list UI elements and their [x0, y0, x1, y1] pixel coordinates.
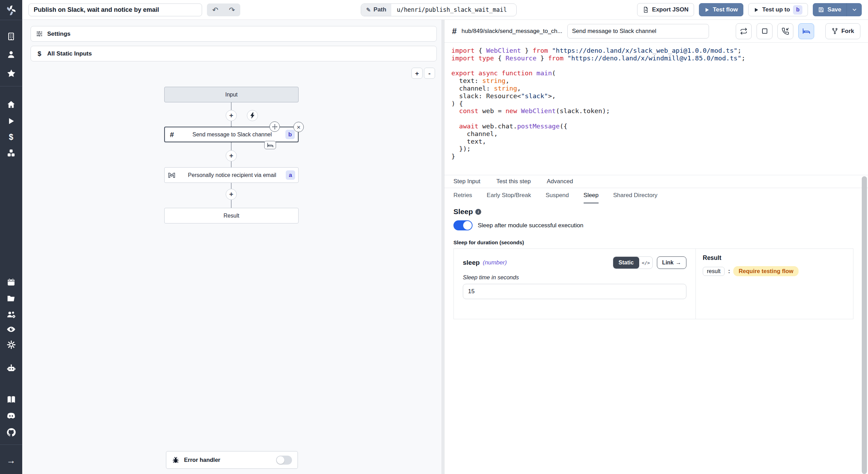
sidebar-expand[interactable]: →: [0, 455, 22, 466]
insert-step-button-1[interactable]: +: [226, 110, 237, 121]
undo-icon: ↶: [212, 6, 218, 14]
file-export-icon: [643, 7, 649, 13]
path-value[interactable]: u/henri/publish_slack_wait_mail: [391, 4, 516, 16]
tab-suspend[interactable]: Suspend: [545, 188, 569, 203]
sidebar-item-github[interactable]: [0, 427, 22, 438]
slack-icon: #: [452, 27, 457, 35]
redo-button[interactable]: ↷: [224, 3, 240, 16]
calendar-icon: [7, 278, 16, 287]
zoom-out-button[interactable]: -: [424, 68, 435, 79]
tab-retries[interactable]: Retries: [453, 188, 472, 203]
fork-button[interactable]: Fork: [825, 23, 860, 39]
flow-node-result[interactable]: Result: [164, 208, 299, 223]
all-static-inputs-bar[interactable]: $ All Static Inputs: [31, 46, 437, 61]
play-icon: [754, 7, 759, 12]
sidebar-item-home[interactable]: [0, 99, 22, 110]
field-description: Sleep time in seconds: [463, 274, 686, 281]
sidebar-item-audit[interactable]: [0, 324, 22, 335]
sidebar-divider-1: [0, 86, 22, 86]
result-warning-badge: Require testing flow: [733, 266, 799, 276]
sidebar-item-runs[interactable]: [0, 116, 22, 126]
sidebar-item-groups[interactable]: [0, 309, 22, 320]
error-handler-label: Error handler: [184, 457, 220, 463]
sidebar-item-folders[interactable]: [0, 293, 22, 304]
delete-node-handle[interactable]: ×: [293, 122, 304, 132]
undo-button[interactable]: ↶: [207, 3, 224, 16]
sidebar-item-variables[interactable]: $: [0, 132, 22, 142]
sidebar-item-workspace[interactable]: [0, 31, 22, 42]
tab-early-stop-break[interactable]: Early Stop/Break: [487, 188, 531, 203]
save-dropdown-button[interactable]: [846, 3, 862, 16]
step-name-input[interactable]: [567, 24, 709, 39]
sleep-duration-label: Sleep for duration (seconds): [453, 239, 859, 245]
flow-editor-panel: Settings $ All Static Inputs + - Input +…: [22, 20, 442, 474]
bed-icon: [802, 28, 810, 34]
sidebar-item-resources[interactable]: [0, 148, 22, 158]
code-editor[interactable]: import { WebClient } from "https://deno.…: [444, 43, 868, 175]
early-stop-button[interactable]: [757, 23, 773, 39]
user-icon: [7, 50, 16, 59]
sleep-toggle-button[interactable]: [798, 23, 814, 39]
test-flow-button[interactable]: Test flow: [699, 3, 743, 16]
book-icon: [7, 395, 16, 404]
retries-toggle-button[interactable]: [736, 23, 752, 39]
hub-script-path[interactable]: hub/849/slack/send_message_to_ch...: [461, 28, 562, 35]
sidebar-item-workers[interactable]: [0, 363, 22, 373]
settings-label: Settings: [47, 31, 70, 37]
tab-shared-directory[interactable]: Shared Directory: [613, 188, 658, 203]
robot-icon: [7, 364, 16, 373]
static-inputs-label: All Static Inputs: [47, 50, 92, 57]
flow-node-input[interactable]: Input: [164, 87, 299, 102]
export-json-button[interactable]: Export JSON: [637, 3, 694, 16]
tab-test-this-step[interactable]: Test this step: [496, 178, 531, 185]
path-field[interactable]: ✎ Path u/henri/publish_slack_wait_mail: [361, 3, 516, 16]
sidebar-item-docs[interactable]: [0, 394, 22, 405]
sidebar-item-schedules[interactable]: [0, 277, 22, 287]
plus-icon: +: [229, 112, 233, 119]
code-option[interactable]: </>: [639, 257, 652, 269]
flow-node-email[interactable]: Personally notice recipient via email a: [164, 167, 299, 183]
git-fork-icon: [832, 28, 838, 34]
panel-scrollbar[interactable]: [862, 176, 867, 474]
sidebar-item-user[interactable]: [0, 49, 22, 60]
sleep-indicator-handle[interactable]: [264, 141, 276, 149]
close-icon: ×: [297, 124, 300, 130]
save-button[interactable]: Save: [813, 3, 846, 16]
cubes-icon: [7, 149, 16, 158]
star-icon: [7, 69, 16, 78]
sleep-heading: Sleep: [453, 208, 473, 216]
tab-advanced[interactable]: Advanced: [547, 178, 573, 185]
bolt-icon: [250, 112, 255, 119]
arrow-right-icon: →: [676, 260, 681, 266]
insert-step-button-2[interactable]: +: [226, 150, 237, 161]
move-node-handle[interactable]: [269, 121, 280, 132]
flow-title-input[interactable]: [28, 3, 202, 16]
result-heading: Result: [703, 254, 846, 262]
move-icon: [272, 124, 278, 130]
suspend-button[interactable]: [777, 23, 793, 39]
tab-step-input[interactable]: Step Input: [453, 178, 481, 185]
flow-settings-bar[interactable]: Settings: [31, 26, 437, 42]
insert-step-button-3[interactable]: +: [226, 189, 237, 200]
test-up-to-button[interactable]: Test up to b: [748, 3, 808, 16]
sleep-seconds-input[interactable]: [463, 284, 686, 299]
sleep-enabled-toggle[interactable]: [453, 220, 473, 230]
panel-resize-divider[interactable]: [442, 20, 444, 474]
sidebar-item-favorites[interactable]: [0, 68, 22, 78]
link-button[interactable]: Link →: [657, 256, 686, 269]
info-icon[interactable]: i: [475, 209, 481, 215]
windmill-logo[interactable]: [0, 4, 22, 17]
sidebar-item-settings[interactable]: [0, 339, 22, 350]
play-icon: [704, 7, 710, 12]
building-icon: [7, 32, 16, 41]
zoom-in-button[interactable]: +: [411, 68, 423, 79]
tab-sleep[interactable]: Sleep: [584, 188, 599, 203]
static-option[interactable]: Static: [613, 257, 640, 269]
sidebar-item-discord[interactable]: [0, 411, 22, 421]
error-handler-toggle[interactable]: [276, 456, 292, 465]
error-handler-node[interactable]: Error handler: [166, 451, 298, 469]
bug-icon: [172, 456, 180, 464]
step-tabs: Step Input Test this step Advanced: [444, 175, 868, 188]
save-icon: [818, 7, 824, 13]
trigger-bolt-button[interactable]: [247, 110, 258, 121]
